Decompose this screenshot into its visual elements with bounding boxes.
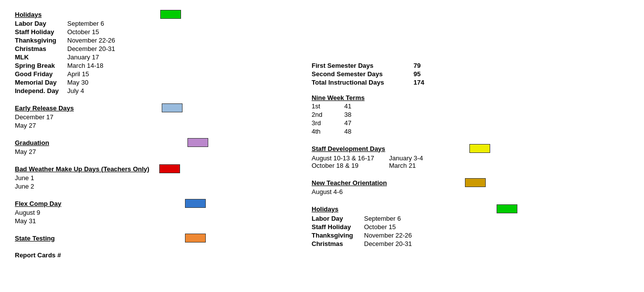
spring-break-label: Spring Break: [15, 62, 64, 69]
state-testing-color-box: [185, 234, 206, 243]
staff-dev-date1: August 10-13 & 16-17: [312, 154, 374, 162]
nw-2-label: 2nd: [312, 111, 341, 118]
new-teacher-date: August 4-6: [312, 188, 629, 195]
hr-staff-holiday-label: Staff Holiday: [312, 223, 361, 231]
nw-3-value: 47: [344, 119, 351, 127]
state-testing-title: State Testing: [15, 235, 55, 242]
spring-break-value: March 14-18: [67, 62, 103, 69]
flex-comp-date2: May 31: [15, 217, 302, 225]
nw-3-label: 3rd: [312, 119, 341, 127]
thanksgiving-value: November 22-26: [67, 37, 115, 44]
left-column: Holidays Labor Day September 6 Staff Hol…: [15, 10, 302, 259]
bad-weather-section: Bad Weather Make Up Days (Teachers Only)…: [15, 164, 302, 190]
hr-labor-day-value: September 6: [364, 215, 401, 222]
thanksgiving-label: Thanksgiving: [15, 37, 64, 44]
graduation-color-box: [187, 138, 208, 147]
holidays-right-entries: Labor Day September 6 Staff Holiday Octo…: [312, 215, 629, 247]
hr-thanksgiving-label: Thanksgiving: [312, 232, 361, 239]
nw-1-label: 1st: [312, 102, 341, 110]
nw-row-2: 2nd 38: [312, 111, 629, 118]
nw-1-value: 41: [344, 102, 351, 110]
first-semester-row: First Semester Days 79: [312, 62, 629, 69]
state-testing-section: State Testing: [15, 234, 302, 243]
semester-stats-section: First Semester Days 79 Second Semester D…: [312, 62, 629, 86]
mlk-label: MLK: [15, 53, 64, 61]
bad-weather-date1: June 1: [15, 174, 302, 182]
second-semester-value: 95: [414, 70, 420, 78]
memorial-day-label: Memorial Day: [15, 79, 64, 86]
bad-weather-color-box: [159, 164, 180, 173]
report-cards: Report Cards #: [15, 251, 302, 259]
indep-day-value: July 4: [67, 87, 84, 95]
flex-comp-title: Flex Comp Day: [15, 200, 61, 207]
holidays-color-box: [160, 10, 181, 19]
staff-holiday-value: October 15: [67, 28, 99, 36]
nine-week-section: Nine Week Terms 1st 41 2nd 38 3rd 47 4th…: [312, 94, 629, 135]
early-release-color-box: [162, 103, 183, 112]
flex-comp-section: Flex Comp Day August 9 May 31: [15, 199, 302, 225]
holidays-right-color-box: [497, 204, 517, 213]
mlk-value: January 17: [67, 53, 99, 61]
early-release-date1: December 17: [15, 113, 302, 121]
nw-row-3: 3rd 47: [312, 119, 629, 127]
holidays-title: Holidays: [15, 11, 42, 18]
hr-staff-holiday-value: October 15: [364, 223, 396, 231]
total-days-row: Total Instructional Days 174: [312, 79, 629, 86]
hr-christmas-value: December 20-31: [364, 240, 412, 247]
hr-labor-day-label: Labor Day: [312, 215, 361, 222]
bad-weather-title: Bad Weather Make Up Days (Teachers Only): [15, 165, 149, 173]
nw-row-4: 4th 48: [312, 128, 629, 135]
nine-week-title: Nine Week Terms: [312, 94, 629, 101]
report-cards-label: Report Cards #: [15, 251, 61, 259]
graduation-date1: May 27: [15, 148, 302, 155]
hr-thanksgiving-value: November 22-26: [364, 232, 412, 239]
early-release-section: Early Release Days December 17 May 27: [15, 103, 302, 129]
flex-comp-date1: August 9: [15, 209, 302, 216]
new-teacher-title: New Teacher Orientation: [312, 179, 387, 187]
holidays-section: Holidays Labor Day September 6 Staff Hol…: [15, 10, 302, 95]
staff-dev-col1: August 10-13 & 16-17 October 18 & 19: [312, 154, 374, 169]
new-teacher-section: New Teacher Orientation August 4-6: [312, 178, 629, 195]
good-friday-label: Good Friday: [15, 70, 64, 78]
early-release-date2: May 27: [15, 122, 302, 129]
staff-dev-date3: January 3-4: [389, 154, 423, 162]
second-semester-row: Second Semester Days 95: [312, 70, 629, 78]
staff-dev-title: Staff Development Days: [312, 145, 385, 152]
staff-dev-section: Staff Development Days August 10-13 & 16…: [312, 144, 629, 169]
staff-holiday-label: Staff Holiday: [15, 28, 64, 36]
total-days-value: 174: [414, 79, 424, 86]
staff-dev-color-box: [469, 144, 490, 153]
labor-day-label: Labor Day: [15, 20, 64, 27]
christmas-label: Christmas: [15, 45, 64, 52]
holidays-entries: Labor Day September 6 Staff Holiday Octo…: [15, 20, 302, 95]
hr-christmas-label: Christmas: [312, 240, 361, 247]
graduation-title: Graduation: [15, 139, 49, 146]
staff-dev-col2: January 3-4 March 21: [389, 154, 423, 169]
holidays-right-section: Holidays Labor Day September 6 Staff Hol…: [312, 204, 629, 247]
nw-2-value: 38: [344, 111, 351, 118]
christmas-value: December 20-31: [67, 45, 115, 52]
total-days-label: Total Instructional Days: [312, 79, 411, 86]
early-release-title: Early Release Days: [15, 104, 74, 112]
nw-4-label: 4th: [312, 128, 341, 135]
staff-dev-dates: August 10-13 & 16-17 October 18 & 19 Jan…: [312, 154, 629, 169]
first-semester-value: 79: [414, 62, 420, 69]
indep-day-label: Independ. Day: [15, 87, 64, 95]
nw-row-1: 1st 41: [312, 102, 629, 110]
right-column: First Semester Days 79 Second Semester D…: [302, 10, 629, 259]
first-semester-label: First Semester Days: [312, 62, 411, 69]
new-teacher-color-box: [465, 178, 486, 187]
staff-dev-date2: October 18 & 19: [312, 162, 374, 169]
holidays-right-title: Holidays: [312, 205, 338, 213]
staff-dev-date4: March 21: [389, 162, 423, 169]
good-friday-value: April 15: [67, 70, 89, 78]
graduation-section: Graduation May 27: [15, 138, 302, 155]
flex-comp-color-box: [185, 199, 206, 208]
labor-day-value: September 6: [67, 20, 104, 27]
second-semester-label: Second Semester Days: [312, 70, 411, 78]
bad-weather-date2: June 2: [15, 183, 302, 190]
memorial-day-value: May 30: [67, 79, 89, 86]
nw-4-value: 48: [344, 128, 351, 135]
